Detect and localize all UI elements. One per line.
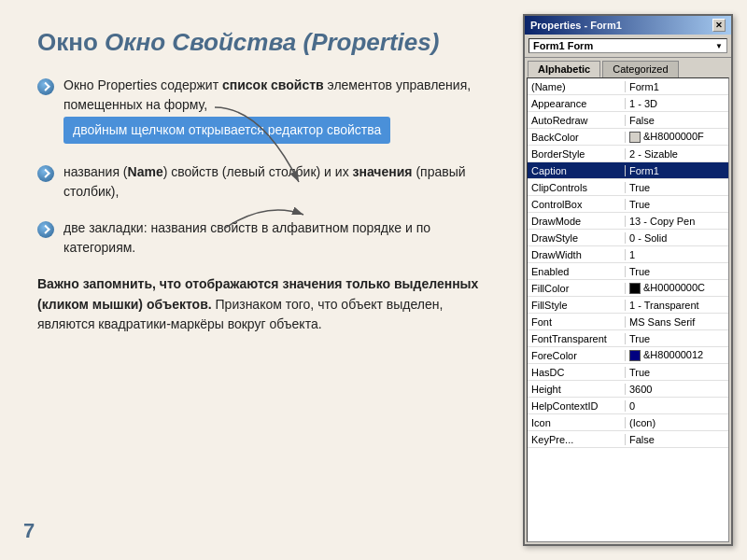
slide-title: Окно Окно Свойства (Properties) [37,28,495,57]
prop-value: 1 [626,249,728,260]
table-row[interactable]: FontTransparentTrue [528,330,728,347]
prop-name: ControlBox [528,199,626,210]
prop-name: Font [528,316,626,328]
titlebar-buttons: ✕ [712,19,726,32]
table-row[interactable]: ForeColor&H80000012 [528,347,728,364]
color-swatch-icon [629,350,641,361]
table-row[interactable]: HasDCTrue [528,364,728,381]
prop-value: (Icon) [626,417,728,428]
tab-alphabetic[interactable]: Alphabetic [528,61,600,77]
bullet-icon-3 [37,221,54,238]
content-area: Окно Окно Свойства (Properties) Окно Pro… [0,0,523,560]
panel-title: Properties - Form1 [530,20,622,31]
bullet-text-2: названия (Name) свойств (левый столбик) … [63,162,495,202]
prop-value: True [626,367,728,378]
prop-name: BackColor [528,132,626,143]
prop-value: 1 - 3D [626,98,728,109]
highlight-bar: двойным щелчком открывается редактор сво… [63,117,390,144]
slide: Окно Окно Свойства (Properties) Окно Pro… [0,0,747,560]
bullet-item-3: две закладки: названия свойств в алфавит… [37,218,495,258]
table-row[interactable]: DrawStyle0 - Solid [528,230,728,246]
prop-value: &H80000012 [626,349,728,361]
table-row[interactable]: FillColor&H0000000C [528,280,728,297]
prop-name: HasDC [528,367,626,378]
prop-value: Form1 [626,165,728,176]
prop-name: Icon [528,417,626,428]
table-row[interactable]: ClipControlsTrue [528,179,728,196]
table-row[interactable]: HelpContextID0 [528,398,728,414]
prop-value: True [626,182,728,193]
table-row[interactable]: DrawWidth1 [528,246,728,263]
prop-name: (Name) [528,81,626,92]
table-row[interactable]: BorderStyle2 - Sizable [528,146,728,162]
prop-name: FillStyle [528,300,626,311]
prop-value: 2 - Sizable [626,148,728,160]
prop-name: FontTransparent [528,333,626,344]
prop-value: False [626,434,728,445]
color-swatch-icon [629,283,641,294]
prop-name: DrawMode [528,216,626,227]
prop-name: Caption [528,165,626,176]
prop-value: False [626,115,728,126]
table-row[interactable]: FillStyle1 - Transparent [528,297,728,314]
table-row[interactable]: EnabledTrue [528,263,728,280]
prop-name: HelpContextID [528,400,626,412]
bullet-text-1: Окно Properties содержит список свойств … [63,76,495,146]
prop-value: Form1 [626,81,728,92]
table-row[interactable]: Appearance1 - 3D [528,95,728,112]
prop-name: FillColor [528,283,626,294]
prop-name: ClipControls [528,182,626,193]
table-row[interactable]: BackColor&H8000000F [528,129,728,146]
prop-value: True [626,333,728,344]
prop-value: &H8000000F [626,131,728,143]
prop-value: 13 - Copy Pen [626,216,728,227]
bullet-item-1: Окно Properties содержит список свойств … [37,76,495,146]
important-text: Важно запомнить, что отображаются значен… [37,274,495,335]
bullet-icon-2 [37,165,54,182]
prop-value: True [626,266,728,277]
table-row[interactable]: AutoRedrawFalse [528,112,728,129]
bullet-item-2: названия (Name) свойств (левый столбик) … [37,162,495,202]
prop-value: &H0000000C [626,282,728,294]
properties-table: (Name)Form1Appearance1 - 3DAutoRedrawFal… [527,77,729,542]
prop-name: BorderStyle [528,148,626,160]
prop-value: 0 [626,400,728,412]
dropdown-arrow-icon: ▼ [715,42,723,50]
prop-value: 1 - Transparent [626,300,728,311]
prop-name: DrawWidth [528,249,626,260]
table-row[interactable]: (Name)Form1 [528,78,728,95]
page-number: 7 [23,519,35,543]
prop-name: KeyPre... [528,434,626,445]
prop-value: MS Sans Serif [626,316,728,328]
prop-name: Appearance [528,98,626,109]
bullet-icon-1 [37,78,54,95]
prop-name: AutoRedraw [528,115,626,126]
form-select-dropdown[interactable]: Form1 Form ▼ [529,38,727,53]
close-button[interactable]: ✕ [712,19,726,32]
prop-name: Height [528,384,626,395]
table-row[interactable]: ControlBoxTrue [528,196,728,213]
panel-titlebar: Properties - Form1 ✕ [525,16,731,35]
prop-name: ForeColor [528,350,626,361]
table-row[interactable]: DrawMode13 - Copy Pen [528,213,728,230]
prop-value: True [626,199,728,210]
table-row[interactable]: FontMS Sans Serif [528,314,728,330]
tab-categorized[interactable]: Categorized [602,61,678,77]
prop-value: 0 - Solid [626,232,728,244]
table-row[interactable]: Height3600 [528,381,728,398]
prop-name: DrawStyle [528,232,626,244]
properties-panel: Properties - Form1 ✕ Form1 Form ▼ Alphab… [523,14,733,546]
color-swatch-icon [629,132,641,143]
table-row[interactable]: KeyPre...False [528,431,728,448]
table-row[interactable]: CaptionForm1 [528,162,728,179]
prop-value: 3600 [626,384,728,395]
table-row[interactable]: Icon(Icon) [528,414,728,431]
prop-name: Enabled [528,266,626,277]
properties-tabs: Alphabetic Categorized [525,58,731,77]
bullet-text-3: две закладки: названия свойств в алфавит… [63,218,495,258]
form-selector-bar: Form1 Form ▼ [525,35,731,58]
